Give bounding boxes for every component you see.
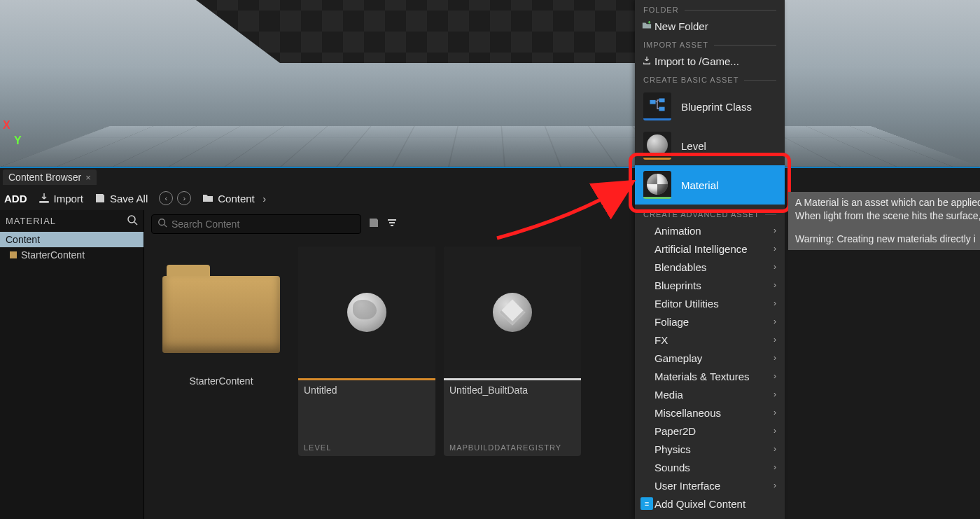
add-button-label: ADD [4, 193, 27, 205]
axis-gizmo: X Y [3, 119, 10, 132]
ctx-new-folder[interactable]: New Folder [635, 17, 785, 35]
asset-level-name: Untitled [304, 385, 430, 396]
ctx-misc-label: Miscellaneous [654, 407, 721, 419]
chevron-right-icon: › [774, 280, 776, 290]
viewport-3d[interactable]: X Y [0, 0, 980, 167]
ctx-physics[interactable]: Physics› [635, 440, 785, 458]
ctx-ai[interactable]: Artificial Intelligence› [635, 240, 785, 258]
chevron-right-icon: › [774, 244, 776, 254]
quixel-icon: ≡ [640, 497, 653, 510]
content-browser-tab[interactable]: Content Browser × [3, 169, 97, 185]
chevron-right-icon: › [774, 298, 776, 308]
source-tree-header-label: MATERIAL [6, 216, 56, 226]
ctx-fx[interactable]: FX› [635, 331, 785, 349]
chevron-right-icon: › [774, 262, 776, 272]
close-icon[interactable]: × [85, 172, 91, 183]
svg-line-1 [134, 222, 137, 225]
ctx-blueprint-class[interactable]: Blueprint Class [635, 87, 785, 126]
chevron-right-icon: › [774, 335, 776, 345]
material-icon [643, 171, 671, 199]
tooltip-line2: When light from the scene hits the surfa… [795, 209, 980, 223]
ctx-gameplay[interactable]: Gameplay› [635, 349, 785, 367]
ctx-quixel[interactable]: ≡ Add Quixel Content [635, 494, 785, 513]
import-icon [642, 55, 652, 67]
ctx-blendables-label: Blendables [654, 261, 706, 273]
viewport-floor [0, 126, 980, 167]
ctx-import-to[interactable]: Import to /Game... [635, 52, 785, 70]
source-tree-header: MATERIAL [0, 210, 144, 232]
chevron-right-icon: › [774, 226, 776, 235]
ctx-user-interface[interactable]: User Interface› [635, 476, 785, 494]
search-icon [158, 218, 167, 230]
folder-icon [202, 193, 214, 204]
chevron-right-icon: › [774, 444, 776, 454]
tooltip-warning: Warning: Creating new materials directly… [795, 233, 980, 246]
svg-point-2 [159, 219, 165, 226]
ctx-foliage[interactable]: Foliage› [635, 312, 785, 331]
save-all-button-label: Save All [110, 193, 148, 205]
ctx-materials-textures-label: Materials & Textures [654, 371, 750, 382]
ctx-section-folder: FOLDER [635, 0, 785, 17]
axis-y-label: Y [14, 134, 22, 147]
ctx-animation[interactable]: Animation› [635, 221, 785, 240]
tree-row-startercontent-label: StarterContent [21, 249, 85, 261]
chevron-right-icon: › [774, 317, 776, 326]
chevron-right-icon: › [774, 371, 776, 381]
chevron-right-icon: › [774, 353, 776, 363]
tree-row-startercontent[interactable]: StarterContent [0, 247, 144, 263]
import-button-label: Import [54, 193, 84, 205]
level-thumb-icon [347, 293, 386, 332]
content-browser-body: MATERIAL Content StarterContent [0, 210, 980, 519]
ctx-new-folder-label: New Folder [654, 20, 708, 32]
asset-level-untitled[interactable]: Untitled LEVEL [298, 247, 435, 456]
asset-folder-startercontent[interactable]: StarterContent [153, 247, 290, 391]
folder-color-chip [10, 251, 17, 258]
import-icon [38, 193, 50, 204]
nav-back-button[interactable]: ‹ [159, 191, 173, 205]
asset-builddata-name: Untitled_BuiltData [449, 385, 575, 396]
level-icon [643, 132, 671, 160]
asset-view: StarterContent Untitled LEVEL Untitled [144, 210, 980, 519]
asset-builddata-type: MAPBUILDDATAREGISTRY [449, 443, 575, 452]
ctx-material[interactable]: Material [635, 165, 785, 205]
ctx-fx-label: FX [654, 334, 668, 346]
nav-forward-button[interactable]: › [177, 191, 191, 205]
chevron-right-icon: › [774, 389, 776, 399]
chevron-right-icon: › [259, 193, 270, 204]
ctx-section-advanced: CREATE ADVANCED ASSET [635, 205, 785, 221]
content-browser-tab-label: Content Browser [8, 172, 81, 183]
breadcrumb[interactable]: Content › [202, 193, 270, 205]
ctx-blendables[interactable]: Blendables› [635, 258, 785, 276]
chevron-right-icon: › [774, 462, 776, 472]
ctx-editor-utilities[interactable]: Editor Utilities› [635, 294, 785, 312]
tree-row-content[interactable]: Content [0, 232, 144, 247]
add-context-menu: FOLDER New Folder IMPORT ASSET Import to… [635, 0, 785, 519]
tree-row-content-label: Content [6, 234, 40, 245]
save-all-button[interactable]: Save All [94, 193, 148, 205]
asset-builddata[interactable]: Untitled_BuiltData MAPBUILDDATAREGISTRY [444, 247, 581, 456]
folder-icon [162, 265, 280, 353]
ctx-editor-utilities-label: Editor Utilities [654, 298, 719, 310]
search-icon[interactable] [127, 214, 138, 228]
search-input[interactable] [151, 214, 361, 234]
filter-icon[interactable] [386, 217, 398, 231]
svg-rect-4 [650, 99, 655, 104]
asset-folder-label: StarterContent [158, 375, 284, 387]
save-filter-icon[interactable] [368, 217, 379, 231]
ctx-level[interactable]: Level [635, 126, 785, 165]
ctx-blueprints-label: Blueprints [654, 279, 701, 291]
ctx-sounds-label: Sounds [654, 462, 690, 473]
search-input-field[interactable] [172, 219, 355, 230]
nav-history: ‹ › [159, 191, 191, 205]
ctx-materials-textures[interactable]: Materials & Textures› [635, 367, 785, 385]
add-button[interactable]: ADD [4, 193, 27, 205]
ctx-paper2d[interactable]: Paper2D› [635, 422, 785, 440]
ctx-gameplay-label: Gameplay [654, 352, 702, 364]
ctx-sounds[interactable]: Sounds› [635, 458, 785, 476]
ctx-blueprints[interactable]: Blueprints› [635, 276, 785, 294]
import-button[interactable]: Import [38, 193, 84, 205]
ctx-animation-label: Animation [654, 225, 701, 237]
ctx-paper2d-label: Paper2D [654, 425, 696, 437]
ctx-misc[interactable]: Miscellaneous› [635, 403, 785, 422]
ctx-media[interactable]: Media› [635, 385, 785, 403]
